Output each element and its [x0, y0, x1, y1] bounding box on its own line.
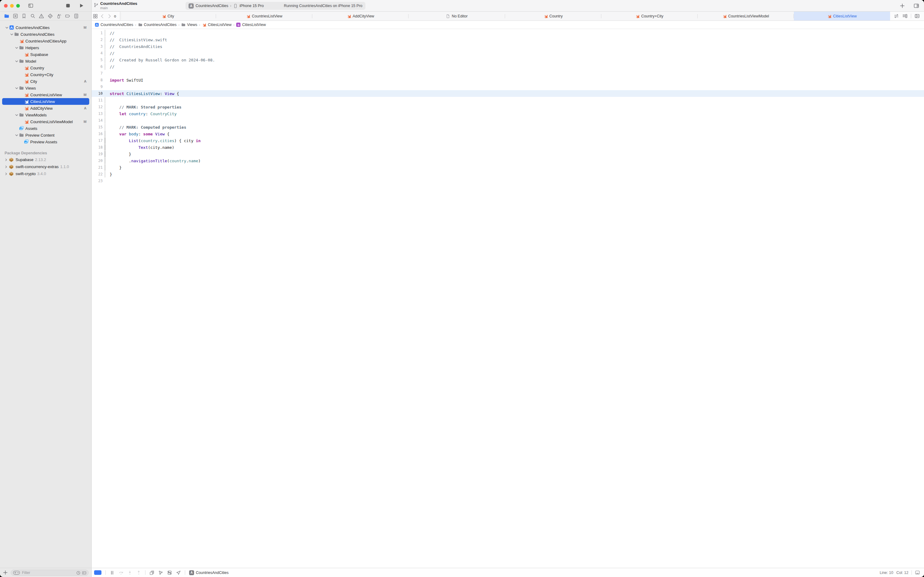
sidebar-item-model[interactable]: Model — [2, 58, 89, 64]
sidebar-item-countriesandcitiesapp[interactable]: CountriesAndCitiesApp — [2, 38, 89, 44]
sidebar-item-helpers[interactable]: Helpers — [2, 44, 89, 51]
line-number[interactable]: 14 — [92, 118, 103, 122]
package-swift-concurrency-extras[interactable]: swift-concurrency-extras 1.1.0 — [0, 163, 91, 170]
package-supabase[interactable]: Supabase 2.13.2 — [0, 156, 91, 163]
zoom-window-button[interactable] — [16, 4, 20, 8]
code-line-4[interactable]: 4 // — [92, 50, 462, 56]
line-number[interactable]: 5 — [92, 58, 103, 62]
line-number[interactable]: 15 — [92, 125, 103, 129]
disclosure-right-icon[interactable] — [4, 165, 8, 169]
debug-navigator-icon[interactable] — [56, 13, 61, 19]
tab-no-editor[interactable]: No Editor — [409, 11, 462, 21]
line-number[interactable]: 6 — [92, 64, 103, 69]
sidebar-item-assets[interactable]: Assets — [2, 125, 89, 132]
code-line-17[interactable]: 17 List(country.cities) { city in — [92, 137, 462, 144]
tab-city[interactable]: City — [120, 11, 216, 21]
breadcrumb-countriesandcities[interactable]: CountriesAndCities — [138, 23, 177, 27]
sidebar-item-supabase[interactable]: Supabase — [2, 51, 89, 58]
tests-navigator-icon[interactable] — [48, 13, 53, 19]
code-line-2[interactable]: 2 // CitiesListView.swift — [92, 36, 462, 43]
line-number[interactable]: 19 — [92, 152, 103, 156]
sidebar-item-citieslistview[interactable]: CitiesListView — [2, 98, 89, 105]
fold-ribbon[interactable] — [104, 117, 106, 124]
sidebar-item-viewmodels[interactable]: ViewModels — [2, 111, 89, 118]
disclosure-right-icon[interactable] — [4, 158, 8, 162]
code-line-7[interactable]: 7 — [92, 70, 462, 77]
fold-ribbon[interactable] — [104, 137, 106, 144]
sidebar-item-country-city[interactable]: Country+City — [2, 71, 89, 78]
line-number[interactable]: 3 — [92, 44, 103, 48]
fold-ribbon[interactable] — [104, 70, 106, 77]
sidebar-item-countriesandcities[interactable]: CountriesAndCities M — [2, 24, 89, 31]
breakpoints-navigator-icon[interactable] — [65, 13, 70, 19]
fold-ribbon[interactable] — [104, 50, 106, 56]
code-line-5[interactable]: 5 // Created by Russell Gordon on 2024-0… — [92, 56, 462, 63]
sidebar-item-views[interactable]: Views — [2, 85, 89, 91]
line-number[interactable]: 1 — [92, 31, 103, 35]
code-line-21[interactable]: 21 } — [92, 164, 462, 171]
project-navigator-icon[interactable] — [4, 13, 9, 19]
disclosure-down-icon[interactable] — [14, 45, 19, 50]
related-items-icon[interactable] — [93, 14, 98, 19]
line-number[interactable]: 21 — [92, 165, 103, 169]
line-number[interactable]: 2 — [92, 38, 103, 42]
code-line-16[interactable]: 16 var body: some View { — [92, 131, 462, 137]
breadcrumb-countriesandcities[interactable]: CountriesAndCities — [95, 23, 133, 27]
line-number[interactable]: 23 — [92, 179, 103, 183]
line-number[interactable]: 11 — [92, 98, 103, 102]
code-line-10[interactable]: 10 struct CitiesListView: View { — [92, 90, 462, 97]
code-line-23[interactable]: 23 — [92, 177, 462, 184]
sidebar-item-preview-assets[interactable]: Preview Assets — [2, 139, 89, 145]
line-number[interactable]: 20 — [92, 159, 103, 163]
line-number[interactable]: 18 — [92, 145, 103, 150]
disclosure-down-icon[interactable] — [5, 25, 9, 30]
fold-ribbon[interactable] — [104, 84, 106, 90]
fold-ribbon[interactable] — [104, 144, 106, 151]
code-line-18[interactable]: 18 Text(city.name) — [92, 144, 462, 151]
sidebar-item-city[interactable]: City A — [2, 78, 89, 85]
package-swift-crypto[interactable]: swift-crypto 3.4.0 — [0, 170, 91, 177]
fold-ribbon[interactable] — [104, 56, 106, 63]
disclosure-down-icon[interactable] — [10, 32, 14, 37]
fold-ribbon[interactable] — [104, 77, 106, 84]
line-number[interactable]: 16 — [92, 132, 103, 136]
clipped-tab[interactable]: o — [114, 14, 118, 18]
fold-ribbon[interactable] — [104, 97, 106, 103]
code-line-11[interactable]: 11 — [92, 97, 462, 103]
fold-ribbon[interactable] — [104, 177, 106, 184]
tab-countrieslistview[interactable]: CountriesListView — [216, 11, 312, 21]
code-line-1[interactable]: 1 // — [92, 30, 462, 36]
line-number[interactable]: 10 — [92, 91, 103, 96]
code-line-19[interactable]: 19 } — [92, 151, 462, 157]
sidebar-item-countrieslistviewmodel[interactable]: CountriesListViewModel M — [2, 118, 89, 125]
run-destination[interactable]: iPhone 15 Pro — [240, 4, 264, 8]
go-back-icon[interactable] — [100, 14, 105, 19]
code-line-22[interactable]: 22 } — [92, 171, 462, 177]
go-forward-icon[interactable] — [107, 14, 112, 19]
disclosure-down-icon[interactable] — [14, 59, 19, 64]
code-line-8[interactable]: 8 import SwiftUI — [92, 77, 462, 84]
disclosure-right-icon[interactable] — [4, 172, 8, 176]
code-line-15[interactable]: 15 // MARK: Computed properties — [92, 124, 462, 131]
line-number[interactable]: 4 — [92, 51, 103, 55]
line-number[interactable]: 7 — [92, 71, 103, 76]
sidebar-item-addcityview[interactable]: AddCityView A — [2, 105, 89, 111]
source-editor[interactable]: 1 // 2 // CitiesListView.swift 3 // Coun… — [92, 29, 462, 288]
breadcrumb-citieslistview[interactable]: CitiesListView — [202, 23, 232, 27]
line-number[interactable]: 17 — [92, 139, 103, 143]
fold-ribbon[interactable] — [104, 90, 106, 97]
fold-ribbon[interactable] — [104, 171, 106, 177]
fold-ribbon[interactable] — [104, 30, 106, 36]
scheme-name[interactable]: CountriesAndCities — [196, 4, 228, 8]
code-line-9[interactable]: 9 — [92, 84, 462, 90]
fold-ribbon[interactable] — [104, 36, 106, 43]
disclosure-down-icon[interactable] — [14, 113, 19, 118]
sidebar-item-countrieslistview[interactable]: CountriesListView M — [2, 91, 89, 98]
code-line-14[interactable]: 14 — [92, 117, 462, 124]
line-number[interactable]: 8 — [92, 78, 103, 82]
breadcrumb-views[interactable]: Views — [181, 23, 197, 27]
code-line-13[interactable]: 13 let country: CountryCity — [92, 110, 462, 117]
line-number[interactable]: 22 — [92, 172, 103, 176]
find-navigator-icon[interactable] — [30, 13, 35, 19]
sidebar-item-countriesandcities[interactable]: CountriesAndCities — [2, 31, 89, 38]
